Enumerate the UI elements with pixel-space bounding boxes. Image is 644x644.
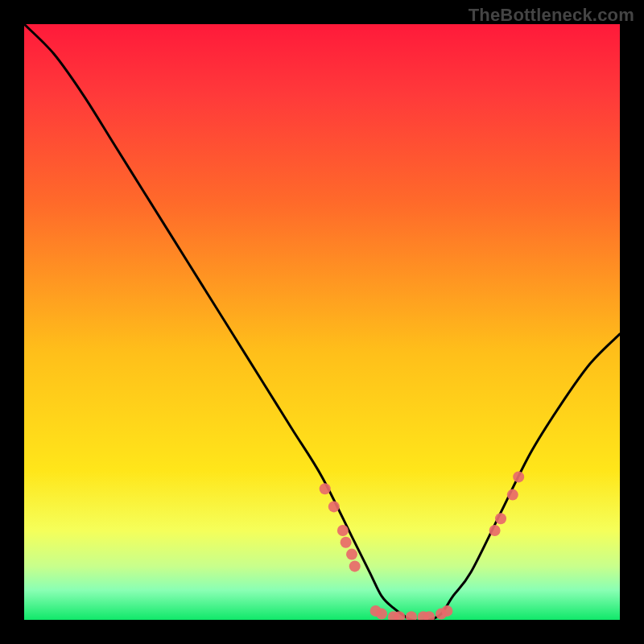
scatter-point: [349, 560, 361, 572]
scatter-point: [320, 483, 331, 494]
scatter-point: [507, 489, 518, 501]
chart-frame: TheBottleneck.com: [0, 0, 644, 644]
scatter-point: [495, 513, 506, 524]
scatter-point: [406, 611, 417, 620]
bottleneck-curve: [24, 24, 620, 620]
scatter-point: [328, 501, 340, 512]
watermark-text: TheBottleneck.com: [469, 5, 634, 26]
scatter-point: [489, 525, 501, 536]
scatter-point: [341, 537, 352, 548]
scatter-point: [376, 609, 387, 620]
scatter-point: [441, 605, 452, 617]
plot-area: [24, 24, 620, 620]
scatter-point: [513, 471, 524, 482]
scatter-point: [337, 525, 349, 536]
scatter-point: [346, 549, 357, 560]
scatter-points: [320, 471, 525, 620]
curve-svg: [24, 24, 620, 620]
